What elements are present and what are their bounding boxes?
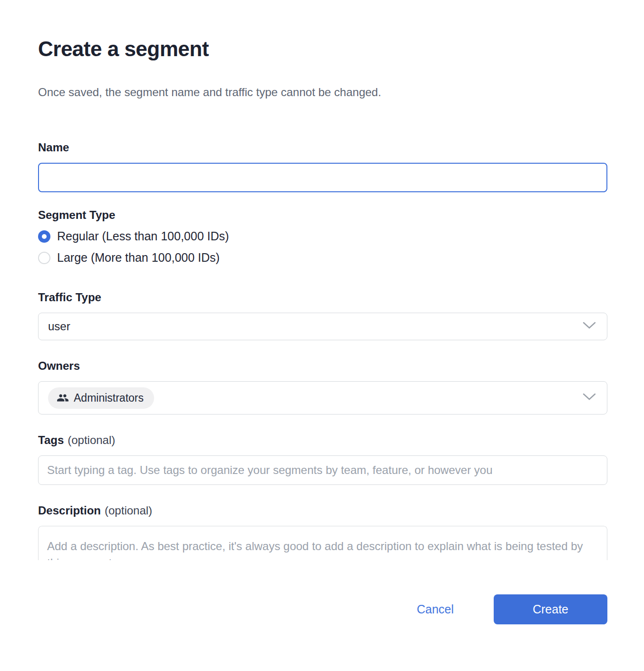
radio-option-large-label: Large (More than 100,000 IDs) bbox=[57, 251, 220, 265]
traffic-type-select[interactable]: user bbox=[38, 313, 607, 340]
owner-chip-label: Administrators bbox=[74, 392, 144, 405]
create-button[interactable]: Create bbox=[494, 594, 607, 624]
name-label: Name bbox=[38, 141, 607, 154]
owners-select[interactable]: Administrators bbox=[38, 381, 607, 414]
owner-chip-administrators[interactable]: Administrators bbox=[48, 387, 154, 409]
name-field-group: Name bbox=[38, 141, 607, 192]
description-clip-region bbox=[38, 526, 607, 560]
description-label: Description(optional) bbox=[38, 504, 607, 517]
tags-label-text: Tags bbox=[38, 434, 64, 446]
name-input[interactable] bbox=[38, 163, 607, 192]
radio-option-large[interactable]: Large (More than 100,000 IDs) bbox=[38, 251, 607, 265]
owners-label: Owners bbox=[38, 359, 607, 373]
chevron-down-icon bbox=[582, 393, 596, 403]
tags-optional-suffix: (optional) bbox=[68, 434, 115, 446]
owners-group: Owners Administrators bbox=[38, 359, 607, 414]
segment-type-group: Segment Type Regular (Less than 100,000 … bbox=[38, 208, 607, 265]
tags-label: Tags(optional) bbox=[38, 434, 607, 447]
cancel-button[interactable]: Cancel bbox=[417, 602, 454, 616]
radio-option-regular-label: Regular (Less than 100,000 IDs) bbox=[57, 229, 229, 243]
people-icon bbox=[57, 392, 69, 404]
traffic-type-group: Traffic Type user bbox=[38, 291, 607, 340]
dialog-subtitle: Once saved, the segment name and traffic… bbox=[38, 86, 607, 99]
dialog-footer: Cancel Create bbox=[0, 594, 644, 624]
tags-input[interactable] bbox=[38, 455, 607, 485]
description-textarea[interactable] bbox=[38, 526, 607, 560]
traffic-type-value: user bbox=[48, 320, 70, 333]
description-label-text: Description bbox=[38, 504, 101, 517]
segment-type-label: Segment Type bbox=[38, 208, 607, 222]
radio-unselected-icon[interactable] bbox=[38, 252, 50, 264]
chevron-down-icon bbox=[582, 321, 596, 332]
traffic-type-label: Traffic Type bbox=[38, 291, 607, 304]
create-segment-dialog: Create a segment Once saved, the segment… bbox=[0, 0, 644, 560]
radio-selected-icon[interactable] bbox=[38, 230, 50, 243]
description-group: Description(optional) bbox=[38, 504, 607, 560]
tags-group: Tags(optional) bbox=[38, 434, 607, 485]
dialog-title: Create a segment bbox=[38, 37, 607, 61]
description-optional-suffix: (optional) bbox=[105, 504, 152, 517]
radio-option-regular[interactable]: Regular (Less than 100,000 IDs) bbox=[38, 229, 607, 243]
